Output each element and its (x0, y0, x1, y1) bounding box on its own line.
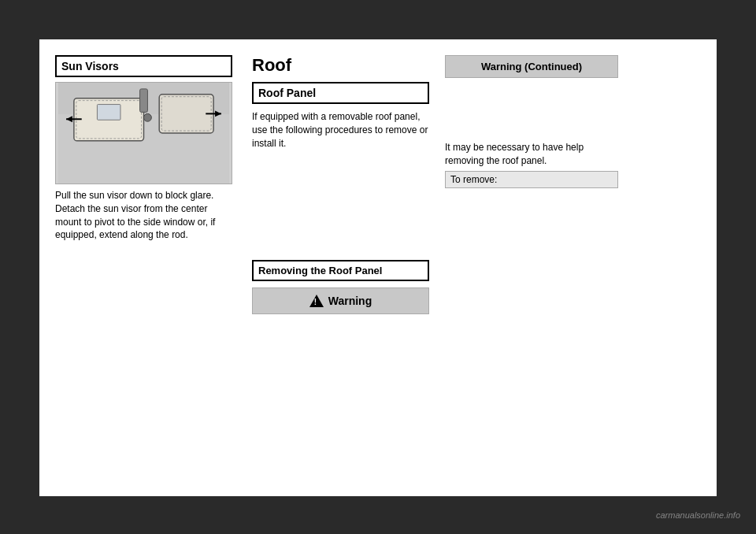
sun-visors-text: Pull the sun visor down to block glare. … (55, 189, 232, 242)
roof-title: Roof (252, 55, 429, 76)
to-remove-label: To remove: (450, 174, 497, 185)
svg-rect-5 (97, 105, 120, 121)
roof-panel-box: Roof Panel (252, 82, 429, 104)
sun-visor-image (55, 82, 232, 184)
to-remove-box: To remove: (445, 171, 618, 188)
warning-text-area: It may be necessary to have help removin… (445, 141, 618, 188)
sun-visors-box: Sun Visors (55, 55, 232, 77)
removing-roof-panel-title: Removing the Roof Panel (258, 265, 382, 276)
svg-rect-13 (140, 89, 148, 113)
roof-panel-text: If equipped with a removable roof panel,… (252, 110, 429, 150)
warning-continued-box: Warning (Continued) (445, 55, 618, 78)
svg-point-6 (144, 113, 152, 121)
warning-continued-title: Warning (Continued) (481, 61, 582, 72)
middle-column: Roof Roof Panel If equipped with a remov… (244, 55, 437, 480)
svg-rect-7 (159, 95, 213, 133)
removing-roof-panel-box: Removing the Roof Panel (252, 260, 429, 281)
warning-button-label: Warning (328, 295, 372, 307)
right-column: Warning (Continued) It may be necessary … (437, 55, 618, 480)
left-column: Sun Visors (55, 55, 244, 480)
sun-visors-title: Sun Visors (61, 60, 119, 72)
warning-triangle-icon (309, 295, 324, 307)
help-text: It may be necessary to have help removin… (445, 141, 618, 168)
roof-panel-title: Roof Panel (258, 87, 316, 99)
sun-visor-svg (56, 83, 232, 184)
warning-button[interactable]: Warning (252, 287, 429, 314)
page-container: Sun Visors (39, 39, 717, 496)
watermark: carmanualsonline.info (656, 510, 740, 520)
